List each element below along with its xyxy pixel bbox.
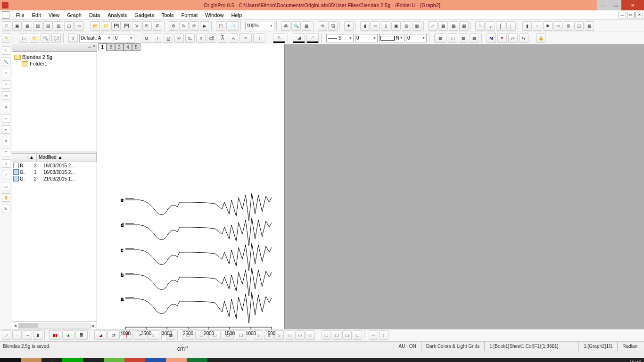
- add-bottom-x-button[interactable]: └: [475, 21, 485, 31]
- import-ascii-button[interactable]: ⇱: [142, 21, 152, 31]
- add-table-button[interactable]: ▦: [585, 21, 594, 31]
- fill-color-button[interactable]: ◢: [293, 33, 305, 43]
- merge-button[interactable]: ▦: [459, 21, 469, 31]
- 3d-button[interactable]: ▦: [470, 33, 479, 43]
- layer-button-5[interactable]: 5: [132, 43, 140, 51]
- reader-tool[interactable]: +: [2, 80, 10, 89]
- pie-button[interactable]: ◔: [107, 330, 120, 340]
- align-mid-button[interactable]: ▭: [295, 330, 305, 340]
- new-folder-button[interactable]: ▣: [12, 21, 22, 31]
- same-width-button[interactable]: ↔: [369, 330, 378, 340]
- line-plot-button[interactable]: ／: [2, 330, 11, 340]
- open-template-button[interactable]: 📁: [101, 21, 110, 31]
- menu-window[interactable]: Window: [201, 11, 227, 19]
- swap-mask-button[interactable]: ⇄: [508, 33, 518, 43]
- line-color-button[interactable]: ／: [306, 33, 319, 43]
- mask-button[interactable]: M: [487, 33, 496, 43]
- minimize-button[interactable]: —: [597, 0, 609, 10]
- same-height-button[interactable]: ↕: [379, 330, 388, 340]
- close-button[interactable]: ✕: [621, 0, 644, 10]
- extract-layers-button[interactable]: ▦: [449, 21, 458, 31]
- tree-folder[interactable]: Folder1: [13, 60, 96, 67]
- pattern-combo[interactable]: N▼: [379, 34, 405, 42]
- column-plot-button[interactable]: ▮: [33, 330, 42, 340]
- command-window-button[interactable]: ▯: [381, 21, 390, 31]
- save-button[interactable]: 💾: [111, 21, 121, 31]
- menu-edit[interactable]: Edit: [28, 11, 45, 19]
- screen-reader-tool[interactable]: ▭: [2, 91, 10, 100]
- print-button[interactable]: 🖶: [281, 21, 290, 31]
- mdi-minimize[interactable]: —: [619, 12, 626, 18]
- list-item[interactable]: G.221/03/2015 1...: [12, 175, 97, 182]
- align-bot-button[interactable]: ▭: [305, 330, 315, 340]
- draw-data-tool[interactable]: ↯: [2, 137, 10, 145]
- taskbar-powerpoint[interactable]: P: [124, 358, 145, 362]
- mdi-hscroll[interactable]: [0, 351, 644, 358]
- menu-data[interactable]: Data: [85, 11, 104, 19]
- project-tree[interactable]: Blendas 2,5g Folder1: [12, 52, 97, 151]
- layer-button-2[interactable]: 2: [107, 43, 115, 51]
- recalc-button[interactable]: ↻: [179, 21, 189, 31]
- menu-analysis[interactable]: Analysis: [104, 11, 131, 19]
- bar-plot-button[interactable]: ▮▮: [49, 330, 61, 340]
- print-preview-button[interactable]: 🔍: [291, 21, 301, 31]
- import-multiple-button[interactable]: ⇵: [153, 21, 162, 31]
- system-tray[interactable]: ▲ ⚑ ᯤ ▮ 🔊 19:46 21/03/2015: [577, 360, 644, 362]
- line-symbol-button[interactable]: ·-·: [23, 330, 32, 340]
- font-color-button[interactable]: A: [273, 33, 285, 43]
- back-button[interactable]: ▢: [332, 330, 341, 340]
- taskbar-utorrent[interactable]: µ: [104, 358, 124, 362]
- ungroup-button[interactable]: ▢: [353, 330, 362, 340]
- new-layer-button[interactable]: ▦: [438, 21, 448, 31]
- area-plot-button[interactable]: ▲: [62, 330, 74, 340]
- hide-mask-button[interactable]: ⇆: [519, 33, 528, 43]
- pe-hscroll[interactable]: ◄►: [12, 321, 97, 329]
- increase-font-button[interactable]: A̅: [218, 33, 227, 43]
- pattern-value-combo[interactable]: 0▼: [406, 34, 427, 42]
- zoom-tool[interactable]: 🔍: [2, 58, 10, 66]
- region-tool[interactable]: ✶: [2, 125, 10, 134]
- new-graph-button[interactable]: ▧: [33, 21, 42, 31]
- hand-tool[interactable]: ✋: [2, 193, 10, 202]
- greek-button[interactable]: αβ: [207, 33, 216, 43]
- add-top-x-button[interactable]: ┌: [486, 21, 495, 31]
- subscript-button[interactable]: x₂: [185, 33, 195, 43]
- refresh-button[interactable]: ⟲: [318, 21, 327, 31]
- project-explorer-button[interactable]: ▤: [402, 21, 411, 31]
- explorer-button[interactable]: 🔍: [41, 33, 50, 43]
- line-spacing-button[interactable]: ↕: [253, 33, 265, 43]
- import-wizard-button[interactable]: ⇲: [132, 21, 141, 31]
- taskbar-word[interactable]: W: [145, 358, 166, 362]
- rect-tool[interactable]: ▭: [2, 182, 10, 190]
- menu-view[interactable]: View: [45, 11, 64, 19]
- list-item[interactable]: G.116/03/2015 2...: [12, 169, 97, 175]
- maximize-button[interactable]: ▭: [609, 0, 621, 10]
- new-project-button[interactable]: □: [2, 21, 11, 31]
- add-right-y-button[interactable]: │: [506, 21, 516, 31]
- stack-plot-button[interactable]: ≣: [75, 330, 88, 340]
- chat-button[interactable]: 💬: [51, 33, 61, 43]
- taskbar-clock[interactable]: 19:46 21/03/2015: [618, 360, 641, 362]
- start-button[interactable]: ⊞: [0, 358, 21, 362]
- add-left-y-button[interactable]: │: [496, 21, 505, 31]
- edit-mode-button[interactable]: ✎: [2, 33, 11, 43]
- taskbar-store[interactable]: 🏬: [62, 358, 83, 362]
- add-xy-scale-button[interactable]: ⊞: [564, 21, 573, 31]
- line-width-combo[interactable]: 0▼: [355, 34, 378, 42]
- align-button[interactable]: ≡: [239, 33, 252, 43]
- zoom-combo[interactable]: 100%▼: [245, 22, 274, 30]
- pe-list[interactable]: B.216/03/2015 2... G.116/03/2015 2... G.…: [12, 162, 97, 321]
- superscript-button[interactable]: x²: [174, 33, 184, 43]
- line-tool[interactable]: ／: [2, 171, 10, 179]
- decrease-font-button[interactable]: A: [229, 33, 238, 43]
- pe-close-icon[interactable]: ✕: [92, 44, 96, 51]
- object-edit-button[interactable]: ▢: [448, 33, 457, 43]
- add-bubble-scale-button[interactable]: ○: [533, 21, 542, 31]
- front-button[interactable]: ▢: [322, 330, 331, 340]
- taskbar-explorer[interactable]: 📁: [21, 358, 41, 362]
- codebuilder-button[interactable]: ▣: [391, 21, 401, 31]
- layout-button[interactable]: ▦: [459, 33, 468, 43]
- view-windows-button[interactable]: ▦: [412, 21, 421, 31]
- new-matrix-button[interactable]: ▤: [43, 21, 53, 31]
- pan-tool[interactable]: ⤢: [2, 69, 10, 77]
